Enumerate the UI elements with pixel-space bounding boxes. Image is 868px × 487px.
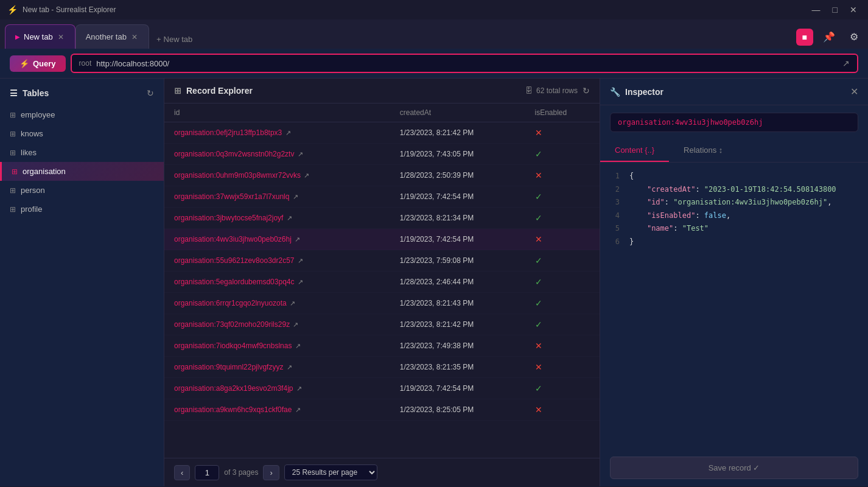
sidebar-header: ☰ Tables ↻ [0, 86, 164, 105]
table-row[interactable]: organisation:55u9621zev8oo3dr2c57 ↗1/23/… [164, 250, 600, 272]
record-link[interactable]: organisation:4wv3iu3jhwo0peb0z6hj [174, 235, 292, 244]
tab-another-tab[interactable]: Another tab ✕ [75, 24, 149, 49]
sidebar-item-profile[interactable]: ⊞ profile [0, 200, 164, 219]
check-false-icon: ✕ [535, 234, 542, 244]
record-link[interactable]: organisation:5egalordubemsd03pq4c [174, 278, 294, 286]
open-record-button[interactable]: ↗ [285, 363, 293, 371]
table-icon-employee: ⊞ [10, 111, 16, 119]
table-row[interactable]: organisation:0uhm9m03p8wmxr72vvks ↗1/28/… [164, 165, 600, 186]
page-input[interactable] [195, 465, 219, 480]
open-record-button[interactable]: ↗ [294, 342, 302, 350]
cell-id: organisation:0uhm9m03p8wmxr72vvks ↗ [164, 165, 390, 186]
external-link-icon[interactable]: ↗ [842, 58, 850, 68]
record-link[interactable]: organisation:0q3mv2wsnstn0h2g2ztv [174, 150, 294, 158]
open-record-button[interactable]: ↗ [289, 300, 296, 307]
sidebar-label-employee: employee [21, 110, 55, 119]
open-record-button[interactable]: ↗ [293, 236, 301, 244]
query-button[interactable]: ⚡ Query [10, 55, 66, 72]
open-record-button[interactable]: ↗ [296, 150, 304, 158]
open-record-button[interactable]: ↗ [292, 193, 299, 201]
cell-isenabled: ✓ [525, 314, 600, 335]
cell-isenabled: ✕ [525, 165, 600, 186]
sidebar: ☰ Tables ↻ ⊞ employee ⊞ knows ⊞ likes ⊞ … [0, 79, 164, 486]
table-row[interactable]: organisation:a8ga2kx19esvo2m3f4jp ↗1/19/… [164, 378, 600, 399]
cell-isenabled: ✕ [525, 357, 600, 378]
record-link[interactable]: organisation:9tquimnl22pjlvgfzyyz [174, 363, 283, 371]
sidebar-item-person[interactable]: ⊞ person [0, 181, 164, 200]
open-record-button[interactable]: ↗ [296, 278, 304, 286]
open-record-button[interactable]: ↗ [284, 129, 292, 137]
sidebar-item-organisation[interactable]: ⊞ organisation [0, 162, 164, 181]
record-link[interactable]: organisation:73qf02moho209rils29z [174, 320, 290, 329]
record-link[interactable]: organisation:55u9621zev8oo3dr2c57 [174, 256, 295, 265]
cell-id: organisation:3jbwytocse5fnaj2joyf ↗ [164, 208, 390, 229]
inspector-close-button[interactable]: ✕ [850, 86, 858, 97]
open-record-button[interactable]: ↗ [296, 257, 304, 265]
table-wrap: id createdAt isEnabled organisation:0efj… [164, 103, 600, 458]
cell-id: organisation:6rrqr1cgqo2lnyuozota ↗ [164, 293, 390, 314]
record-link[interactable]: organisation:3jbwytocse5fnaj2joyf [174, 214, 283, 222]
sidebar-item-knows[interactable]: ⊞ knows [0, 124, 164, 143]
sidebar-item-likes[interactable]: ⊞ likes [0, 143, 164, 162]
table-row[interactable]: organisation:0efj2jru13ffp1b8tpx3 ↗1/23/… [164, 122, 600, 144]
cell-createdat: 1/23/2023, 7:49:38 PM [390, 335, 525, 357]
address-input-wrap[interactable]: root http://localhost:8000/ ↗ [71, 54, 858, 73]
table-row[interactable]: organisation:a9kwn6hc9xqs1ckf0fae ↗1/23/… [164, 399, 600, 421]
results-per-page-select[interactable]: 25 Results per page50 Results per page10… [284, 464, 377, 480]
open-record-button[interactable]: ↗ [292, 321, 299, 329]
cell-isenabled: ✕ [525, 399, 600, 421]
table-row[interactable]: organisation:73qf02moho209rils29z ↗1/23/… [164, 314, 600, 335]
cell-id: organisation:73qf02moho209rils29z ↗ [164, 314, 390, 335]
table-row[interactable]: organisation:6rrqr1cgqo2lnyuozota ↗1/23/… [164, 293, 600, 314]
close-button[interactable]: ✕ [846, 4, 861, 16]
col-header-isenabled: isEnabled [525, 103, 600, 122]
record-link[interactable]: organisation:37wwjx59xr1a7l7xunlq [174, 192, 289, 201]
tab-new-tab-1[interactable]: ▶ New tab ✕ [5, 24, 75, 49]
open-record-button[interactable]: ↗ [285, 214, 293, 222]
record-explorer-refresh-button[interactable]: ↻ [583, 86, 590, 96]
check-false-icon: ✕ [535, 362, 542, 372]
table-row[interactable]: organisation:7iodkqo4mwf9cnbslnas ↗1/23/… [164, 335, 600, 357]
record-link[interactable]: organisation:a9kwn6hc9xqs1ckf0fae [174, 405, 292, 414]
inspector-tab-relations[interactable]: Relations ↕ [669, 139, 737, 162]
code-line: 5 "name": "Test" [610, 222, 858, 236]
settings-button[interactable]: ⚙ [845, 27, 863, 46]
wrench-icon: 🔧 [610, 87, 620, 97]
maximize-button[interactable]: □ [829, 4, 841, 16]
next-page-button[interactable]: › [263, 465, 279, 480]
line-content: "id": "organisation:4wv3iu3jhwo0peb0z6hj… [629, 196, 831, 209]
record-link[interactable]: organisation:0efj2jru13ffp1b8tpx3 [174, 128, 282, 137]
line-number: 6 [610, 236, 620, 249]
record-link[interactable]: organisation:0uhm9m03p8wmxr72vvks [174, 171, 301, 180]
table-row[interactable]: organisation:9tquimnl22pjlvgfzyyz ↗1/23/… [164, 357, 600, 378]
open-record-button[interactable]: ↗ [295, 385, 303, 393]
window-controls: — □ ✕ [808, 4, 861, 16]
table-row[interactable]: organisation:37wwjx59xr1a7l7xunlq ↗1/19/… [164, 186, 600, 208]
record-link[interactable]: organisation:7iodkqo4mwf9cnbslnas [174, 342, 292, 350]
sidebar-refresh-button[interactable]: ↻ [147, 88, 154, 98]
sidebar-label-knows: knows [21, 129, 43, 138]
cell-id: organisation:4wv3iu3jhwo0peb0z6hj ↗ [164, 229, 390, 250]
tab-close-2[interactable]: ✕ [130, 33, 139, 41]
record-link[interactable]: organisation:6rrqr1cgqo2lnyuozota [174, 299, 287, 307]
prev-page-button[interactable]: ‹ [174, 465, 190, 480]
pin-button[interactable]: 📌 [818, 27, 840, 46]
inspector-tab-content[interactable]: Content {..} [600, 139, 669, 162]
table-row[interactable]: organisation:0q3mv2wsnstn0h2g2ztv ↗1/19/… [164, 144, 600, 165]
tab-close-1[interactable]: ✕ [57, 33, 65, 41]
open-record-button[interactable]: ↗ [303, 172, 310, 180]
main-layout: ☰ Tables ↻ ⊞ employee ⊞ knows ⊞ likes ⊞ … [0, 79, 868, 486]
app-icon: ⚡ [7, 5, 18, 15]
stop-button[interactable]: ■ [796, 29, 813, 46]
open-record-button[interactable]: ↗ [294, 406, 302, 414]
minimize-button[interactable]: — [808, 4, 824, 16]
record-link[interactable]: organisation:a8ga2kx19esvo2m3f4jp [174, 384, 293, 393]
new-tab-button[interactable]: + New tab [149, 30, 200, 49]
save-record-button[interactable]: Save record ✓ [610, 457, 858, 479]
cell-id: organisation:0q3mv2wsnstn0h2g2ztv ↗ [164, 144, 390, 165]
table-row[interactable]: organisation:3jbwytocse5fnaj2joyf ↗1/23/… [164, 208, 600, 229]
tab-label-1: New tab [24, 32, 53, 41]
table-row[interactable]: organisation:5egalordubemsd03pq4c ↗1/28/… [164, 272, 600, 293]
sidebar-item-employee[interactable]: ⊞ employee [0, 105, 164, 124]
table-row[interactable]: organisation:4wv3iu3jhwo0peb0z6hj ↗1/19/… [164, 229, 600, 250]
